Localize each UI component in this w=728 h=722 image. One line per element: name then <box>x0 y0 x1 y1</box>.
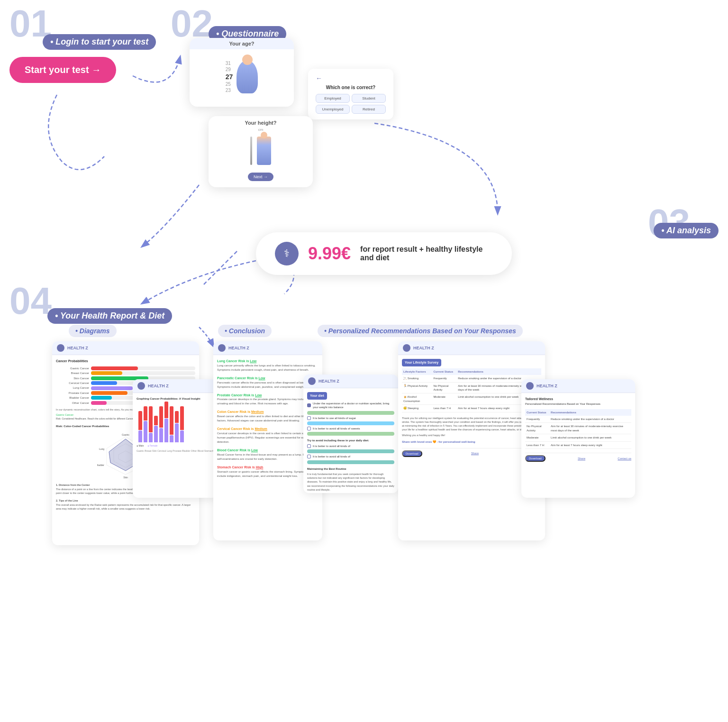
checkbox-icon-1 <box>307 403 311 407</box>
chart-x-labels: Gastric Breast Skin Cervical Lung Prosta… <box>136 449 214 453</box>
employment-question-card: ← Which one is correct? Employed Student… <box>308 69 393 119</box>
tailored-card-header: HEALTH Z <box>521 379 635 393</box>
bar-chart-title: Cancer Probabilities <box>56 359 195 364</box>
age-question-title: Your age? <box>190 38 294 49</box>
diagrams-bar-chart2-card: HEALTH Z Graphing Cancer Probabilities: … <box>133 379 218 498</box>
health-logo-4 <box>308 377 316 385</box>
health-logo-2 <box>137 382 145 390</box>
price-amount: 9.99€ <box>308 244 351 264</box>
section-recommendations-label: Personalized Recommendations Based on Yo… <box>318 325 523 337</box>
tailored-content: Tailored WellnessPersonalized Recommenda… <box>521 393 635 466</box>
diet-bar-4 <box>307 449 394 453</box>
section-conclusion-label: Conclusion <box>218 325 272 337</box>
height-figure <box>257 137 271 165</box>
download-row: Download Share Contact us <box>402 448 541 457</box>
tailored-contact-button[interactable]: Contact us <box>618 457 631 460</box>
option-unemployed[interactable]: Unemployed <box>316 105 350 114</box>
footer-text: Thank you for utilizing our intelligent … <box>402 416 541 432</box>
step-03-label: AI analysis <box>654 223 719 238</box>
col-recommendations: Recommendations <box>456 368 541 375</box>
conclusion-card-header: HEALTH Z <box>213 341 322 355</box>
lifestyle-row-smoking: 🚬 Smoking Frequently Reduce smoking unde… <box>402 375 541 382</box>
diet-checkbox-1: Under the supervision of a doctor or nut… <box>307 402 394 410</box>
step-02-number: 02 <box>171 5 213 43</box>
report-card2-header: HEALTH Z <box>133 379 218 393</box>
step-04-label: Your Health Report & Diet <box>47 308 172 324</box>
svg-text:Skin: Skin <box>123 476 128 479</box>
share-with-loved-ones: Share with loved ones 🧡 - for personaliz… <box>402 440 541 444</box>
lifestyle-card-header: HEALTH Z <box>398 341 545 355</box>
health-logo-6 <box>526 382 534 390</box>
diet-checkbox-2: It is better to use all kinds of sugar <box>307 416 394 420</box>
diet-section-header: Your diet <box>307 392 327 400</box>
diet-checkbox-5: It is better to avoid all kinds of <box>307 455 394 458</box>
col-factors: Lifestyle Factors <box>402 368 432 375</box>
app-name-5: HEALTH Z <box>413 346 434 350</box>
lifestyle-table: Lifestyle Factors Current Status Recomme… <box>402 368 541 412</box>
back-arrow-icon[interactable]: ← <box>316 74 386 82</box>
app-name-6: HEALTH Z <box>537 384 557 388</box>
diet-bar-2 <box>307 421 394 425</box>
start-test-button[interactable]: Start your test → <box>9 57 116 83</box>
tailored-row-smoking: Frequently Reduce smoking under the supe… <box>525 416 631 423</box>
svg-text:Gastric: Gastric <box>122 433 129 436</box>
tailored-download-row: Download Share Contact us <box>525 453 631 462</box>
lung-cancer-section: Lung Cancer Risk is Low Lung cancer prim… <box>217 359 318 372</box>
age-question-card: Your age? 31 29 27 25 23 Next → <box>190 38 294 107</box>
svg-text:Bladder: Bladder <box>97 464 104 466</box>
bar-row-gastric: Gastric Cancer <box>56 366 195 370</box>
tailored-wellness-card: HEALTH Z Tailored WellnessPersonalized R… <box>521 379 635 498</box>
tailored-share-button[interactable]: Share <box>578 457 585 460</box>
step-01-label: Login to start your test <box>43 34 156 50</box>
tailored-table: Current Status Recommendations Frequentl… <box>525 409 631 449</box>
option-retired[interactable]: Retired <box>352 105 386 114</box>
option-employed[interactable]: Employed <box>316 94 350 103</box>
checkbox-icon-2 <box>307 416 311 420</box>
price-box: 9.99€ for report result + healthy lifest… <box>256 232 512 275</box>
tailored-row-sleeping: Less than 7 H Aim for at least 7 hours s… <box>525 441 631 448</box>
lifestyle-survey-header: Your Lifestyle Survey <box>402 359 441 366</box>
maintaining-text: It is truly fundamental that you seek co… <box>307 472 394 492</box>
diet-recommendations-card: HEALTH Z Your diet Under the supervision… <box>303 375 398 493</box>
lifestyle-row-alcohol: 🍺 Alcohol Consumption Moderate Limit alc… <box>402 393 541 405</box>
app-name-3: HEALTH Z <box>228 346 249 350</box>
grouped-bar-chart <box>136 404 214 442</box>
height-next-button[interactable]: Next → <box>248 173 273 181</box>
character-illustration <box>237 60 258 93</box>
tailored-row-alcohol: Moderate Limit alcohol consumption to on… <box>525 434 631 441</box>
chart-legend: ● Male ● Female <box>136 444 214 448</box>
bar-chart2-content: Graphing Cancer Probabilities: A Visual … <box>133 393 218 457</box>
download-button[interactable]: Download <box>402 450 422 457</box>
checkbox-icon-5 <box>307 455 311 458</box>
option-student[interactable]: Student <box>352 94 386 103</box>
diet-card-header: HEALTH Z <box>303 375 398 388</box>
lung-cancer-body: Lung cancer primarily affects the lungs … <box>217 364 318 372</box>
diet-bar-3 <box>307 432 394 436</box>
health-logo-3 <box>218 344 226 352</box>
health-icon <box>275 242 299 265</box>
app-name: HEALTH Z <box>67 346 88 350</box>
section-diagrams-label: Diagrams <box>69 325 117 337</box>
price-description: for report result + healthy lifestyle an… <box>360 245 493 262</box>
height-ruler <box>250 137 252 165</box>
health-logo-5 <box>403 344 410 352</box>
health-logo <box>57 344 64 352</box>
app-name-4: HEALTH Z <box>318 379 339 384</box>
tailored-download-button[interactable]: Download <box>525 455 546 462</box>
diet-checkbox-3: It is better to avoid all kinds of sweet… <box>307 427 394 430</box>
maintaining-title: Maintaining the Best Routine <box>307 467 394 471</box>
svg-text:Lung: Lung <box>99 448 104 450</box>
tailored-title: Tailored WellnessPersonalized Recommenda… <box>525 397 631 406</box>
wishing-text: Wishing you a healthy and happy life! <box>402 434 541 438</box>
age-list: 31 29 27 25 23 <box>226 61 233 93</box>
diet-content: Your diet Under the supervision of a doc… <box>303 388 398 493</box>
employment-options: Employed Student Unemployed Retired <box>316 94 386 114</box>
lung-cancer-title: Lung Cancer Risk is Low <box>217 359 318 364</box>
report-card1-header: HEALTH Z <box>52 341 199 355</box>
height-question-card: Your height? cm Next → <box>209 116 313 187</box>
bar-chart2-title: Graphing Cancer Probabilities: A Visual … <box>136 397 214 401</box>
employment-question-title: Which one is correct? <box>316 85 386 90</box>
height-question-title: Your height? <box>212 120 309 126</box>
share-button[interactable]: Share <box>471 451 479 455</box>
diet-bar-1 <box>307 411 394 415</box>
